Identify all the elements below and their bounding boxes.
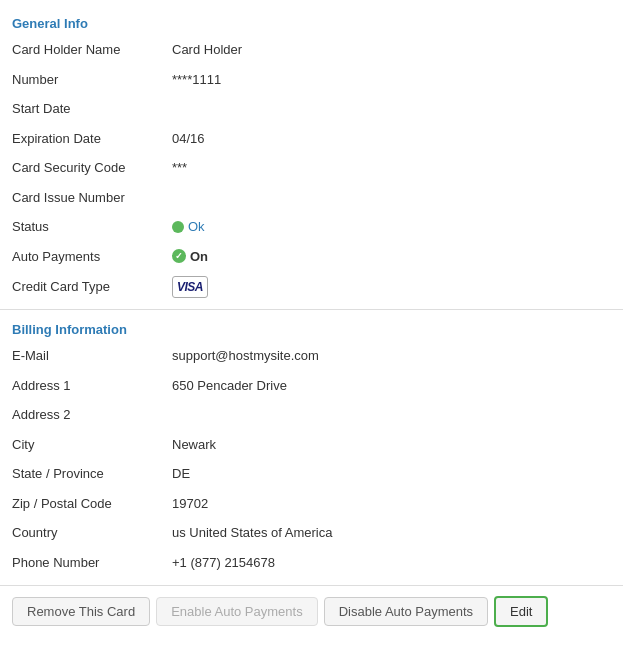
field-value: Newark bbox=[160, 430, 623, 460]
visa-logo: VISA bbox=[172, 276, 208, 298]
status-value: Ok bbox=[160, 212, 623, 242]
table-row: Expiration Date 04/16 bbox=[0, 124, 623, 154]
table-row: City Newark bbox=[0, 430, 623, 460]
field-label: E-Mail bbox=[0, 341, 160, 371]
autopay-row: Auto Payments On bbox=[0, 242, 623, 272]
credittype-value: VISA bbox=[160, 271, 623, 303]
field-label: Address 1 bbox=[0, 371, 160, 401]
general-info-table: Card Holder Name Card Holder Number ****… bbox=[0, 35, 623, 303]
field-label: City bbox=[0, 430, 160, 460]
autopay-label: Auto Payments bbox=[0, 242, 160, 272]
table-row: Phone Number +1 (877) 2154678 bbox=[0, 548, 623, 578]
table-row: Number ****1111 bbox=[0, 65, 623, 95]
autopay-value: On bbox=[160, 242, 623, 272]
billing-info-table: E-Mail support@hostmysite.com Address 1 … bbox=[0, 341, 623, 577]
field-value: +1 (877) 2154678 bbox=[160, 548, 623, 578]
status-row: Status Ok bbox=[0, 212, 623, 242]
status-ok-text: Ok bbox=[188, 217, 205, 237]
enable-auto-payments-button[interactable]: Enable Auto Payments bbox=[156, 597, 318, 626]
field-value: 650 Pencader Drive bbox=[160, 371, 623, 401]
field-label: Start Date bbox=[0, 94, 160, 124]
table-row: Zip / Postal Code 19702 bbox=[0, 489, 623, 519]
general-info-title: General Info bbox=[0, 10, 623, 35]
table-row: Card Issue Number bbox=[0, 183, 623, 213]
table-row: Card Security Code *** bbox=[0, 153, 623, 183]
field-value: DE bbox=[160, 459, 623, 489]
section-divider bbox=[0, 309, 623, 310]
status-ok-badge: Ok bbox=[172, 217, 611, 237]
field-value bbox=[160, 400, 623, 430]
table-row: Country us United States of America bbox=[0, 518, 623, 548]
field-label: State / Province bbox=[0, 459, 160, 489]
table-row: Address 1 650 Pencader Drive bbox=[0, 371, 623, 401]
field-label: Phone Number bbox=[0, 548, 160, 578]
field-value: support@hostmysite.com bbox=[160, 341, 623, 371]
field-value: 19702 bbox=[160, 489, 623, 519]
field-label: Card Holder Name bbox=[0, 35, 160, 65]
field-label: Zip / Postal Code bbox=[0, 489, 160, 519]
edit-button[interactable]: Edit bbox=[494, 596, 548, 627]
field-value: Card Holder bbox=[160, 35, 623, 65]
autopay-on-badge: On bbox=[172, 247, 611, 267]
credittype-label: Credit Card Type bbox=[0, 271, 160, 303]
field-label: Country bbox=[0, 518, 160, 548]
footer-bar: Remove This Card Enable Auto Payments Di… bbox=[0, 585, 623, 637]
table-row: State / Province DE bbox=[0, 459, 623, 489]
field-value bbox=[160, 94, 623, 124]
status-green-circle bbox=[172, 221, 184, 233]
field-label: Card Issue Number bbox=[0, 183, 160, 213]
field-value: us United States of America bbox=[160, 518, 623, 548]
credittype-row: Credit Card Type VISA bbox=[0, 271, 623, 303]
status-label: Status bbox=[0, 212, 160, 242]
check-circle-icon bbox=[172, 249, 186, 263]
field-label: Expiration Date bbox=[0, 124, 160, 154]
table-row: Card Holder Name Card Holder bbox=[0, 35, 623, 65]
table-row: Start Date bbox=[0, 94, 623, 124]
billing-info-title: Billing Information bbox=[0, 316, 623, 341]
field-value: 04/16 bbox=[160, 124, 623, 154]
field-value: ****1111 bbox=[160, 65, 623, 95]
field-label: Card Security Code bbox=[0, 153, 160, 183]
table-row: E-Mail support@hostmysite.com bbox=[0, 341, 623, 371]
page-container: General Info Card Holder Name Card Holde… bbox=[0, 0, 623, 637]
field-value: *** bbox=[160, 153, 623, 183]
disable-auto-payments-button[interactable]: Disable Auto Payments bbox=[324, 597, 488, 626]
autopay-on-text: On bbox=[190, 247, 208, 267]
table-row: Address 2 bbox=[0, 400, 623, 430]
field-value bbox=[160, 183, 623, 213]
field-label: Number bbox=[0, 65, 160, 95]
field-label: Address 2 bbox=[0, 400, 160, 430]
remove-card-button[interactable]: Remove This Card bbox=[12, 597, 150, 626]
